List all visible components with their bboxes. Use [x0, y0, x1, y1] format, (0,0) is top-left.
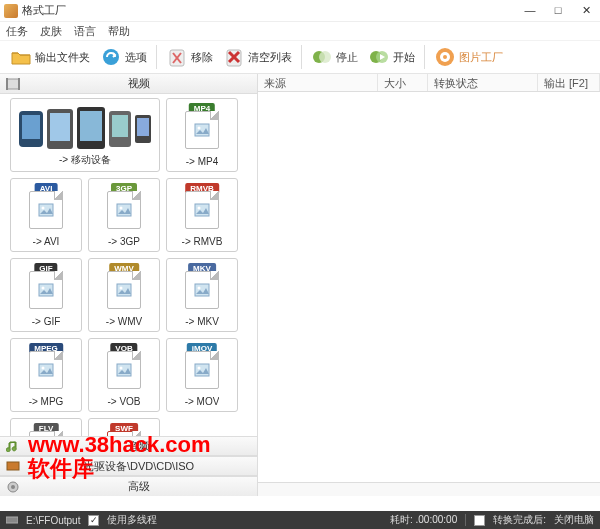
task-list-pane: 来源 大小 转换状态 输出 [F2] [258, 74, 600, 496]
format-label: -> VOB [107, 396, 140, 407]
format-label: -> GIF [32, 316, 61, 327]
format-thumb [91, 263, 157, 316]
options-button[interactable]: 选项 [96, 44, 151, 70]
format-label: -> WMV [106, 316, 142, 327]
window-title: 格式工厂 [22, 3, 66, 18]
format-card-mp4[interactable]: MP4-> MP4 [166, 98, 238, 172]
svg-point-30 [42, 206, 45, 209]
remove-button[interactable]: 移除 [162, 44, 217, 70]
after-action-checkbox[interactable] [474, 515, 485, 526]
format-thumb [169, 263, 235, 316]
output-path[interactable]: E:\FFOutput [26, 515, 80, 526]
category-video-header[interactable]: 视频 [0, 74, 257, 94]
menu-bar: 任务 皮肤 语言 帮助 [0, 22, 600, 40]
format-card-flv[interactable]: FLV-> FLV [10, 418, 82, 436]
category-advanced-header[interactable]: 高级 [0, 476, 257, 496]
svg-rect-52 [6, 517, 18, 523]
audio-icon [6, 440, 20, 452]
column-headers: 来源 大小 转换状态 输出 [F2] [258, 74, 600, 92]
remove-icon [166, 46, 188, 68]
category-audio-label: 音频 [26, 439, 251, 454]
picture-factory-icon [434, 46, 456, 68]
drive-icon [6, 515, 18, 525]
options-label: 选项 [125, 50, 147, 65]
format-thumb [91, 183, 157, 236]
col-size[interactable]: 大小 [378, 74, 428, 91]
menu-task[interactable]: 任务 [6, 24, 28, 39]
menu-language[interactable]: 语言 [74, 24, 96, 39]
toolbar-separator [156, 45, 157, 69]
picture-factory-button[interactable]: 图片工厂 [430, 44, 507, 70]
col-output[interactable]: 输出 [F2] [538, 74, 600, 91]
format-thumb [169, 343, 235, 396]
category-disc-header[interactable]: 光驱设备\DVD\CD\ISO [0, 456, 257, 476]
task-list[interactable] [258, 92, 600, 482]
format-thumb [169, 183, 235, 236]
svg-point-40 [198, 286, 201, 289]
start-button[interactable]: 开始 [364, 44, 419, 70]
format-card-wmv[interactable]: WMV-> WMV [88, 258, 160, 332]
col-source[interactable]: 来源 [258, 74, 378, 91]
format-card-avi[interactable]: AVI-> AVI [10, 178, 82, 252]
menu-help[interactable]: 帮助 [108, 24, 130, 39]
svg-rect-18 [22, 115, 40, 139]
svg-rect-22 [80, 111, 102, 141]
format-card-mpeg[interactable]: MPEG-> MPG [10, 338, 82, 412]
menu-skin[interactable]: 皮肤 [40, 24, 62, 39]
toolbar-separator [424, 45, 425, 69]
svg-point-44 [120, 366, 123, 369]
format-label: -> AVI [33, 236, 60, 247]
svg-point-46 [198, 366, 201, 369]
format-card-swf[interactable]: SWF-> SWF [88, 418, 160, 436]
format-thumb [91, 343, 157, 396]
log-area [258, 482, 600, 496]
svg-point-51 [11, 485, 15, 489]
category-video-label: 视频 [26, 76, 251, 91]
svg-point-13 [443, 55, 447, 59]
format-card-vob[interactable]: VOB-> VOB [88, 338, 160, 412]
app-icon [4, 4, 18, 18]
status-bar: E:\FFOutput ✓ 使用多线程 耗时: .00:00:00 转换完成后:… [0, 511, 600, 529]
stop-button[interactable]: 停止 [307, 44, 362, 70]
video-icon [6, 78, 20, 90]
svg-rect-20 [50, 113, 70, 141]
col-status[interactable]: 转换状态 [428, 74, 538, 91]
format-card-mobile[interactable]: -> 移动设备 [10, 98, 160, 172]
clear-button[interactable]: 清空列表 [219, 44, 296, 70]
advanced-icon [6, 481, 20, 493]
picture-factory-label: 图片工厂 [459, 50, 503, 65]
start-label: 开始 [393, 50, 415, 65]
format-card-gif[interactable]: GIF-> GIF [10, 258, 82, 332]
format-card-imov[interactable]: iMOV-> MOV [166, 338, 238, 412]
svg-point-8 [319, 51, 331, 63]
format-card-rmvb[interactable]: RMVB-> RMVB [166, 178, 238, 252]
toolbar-separator [301, 45, 302, 69]
multithread-checkbox[interactable]: ✓ [88, 515, 99, 526]
after-action[interactable]: 关闭电脑 [554, 513, 594, 527]
maximize-button[interactable]: □ [548, 4, 568, 17]
status-separator [465, 514, 466, 526]
stop-label: 停止 [336, 50, 358, 65]
format-card-mkv[interactable]: MKV-> MKV [166, 258, 238, 332]
elapsed-label: 耗时: .00:00:00 [390, 513, 457, 527]
format-label: -> 移动设备 [59, 153, 111, 167]
remove-label: 移除 [191, 50, 213, 65]
category-disc-label: 光驱设备\DVD\CD\ISO [26, 459, 251, 474]
multithread-label: 使用多线程 [107, 513, 157, 527]
svg-point-0 [103, 49, 119, 65]
category-pane: 视频 -> 移动设备MP4-> MP4AVI-> AVI3GP-> 3GPRMV… [0, 74, 258, 496]
close-button[interactable]: ✕ [576, 4, 596, 17]
title-bar: 格式工厂 — □ ✕ [0, 0, 600, 22]
format-label: -> MOV [185, 396, 220, 407]
svg-point-36 [42, 286, 45, 289]
format-card-3gp[interactable]: 3GP-> 3GP [88, 178, 160, 252]
svg-point-32 [120, 206, 123, 209]
format-thumb [169, 103, 235, 156]
format-label: -> MP4 [186, 156, 219, 167]
svg-rect-24 [112, 115, 128, 137]
category-audio-header[interactable]: 音频 [0, 436, 257, 456]
minimize-button[interactable]: — [520, 4, 540, 17]
clear-icon [223, 46, 245, 68]
video-items-grid: -> 移动设备MP4-> MP4AVI-> AVI3GP-> 3GPRMVB->… [0, 94, 257, 436]
output-folder-button[interactable]: 输出文件夹 [6, 44, 94, 70]
